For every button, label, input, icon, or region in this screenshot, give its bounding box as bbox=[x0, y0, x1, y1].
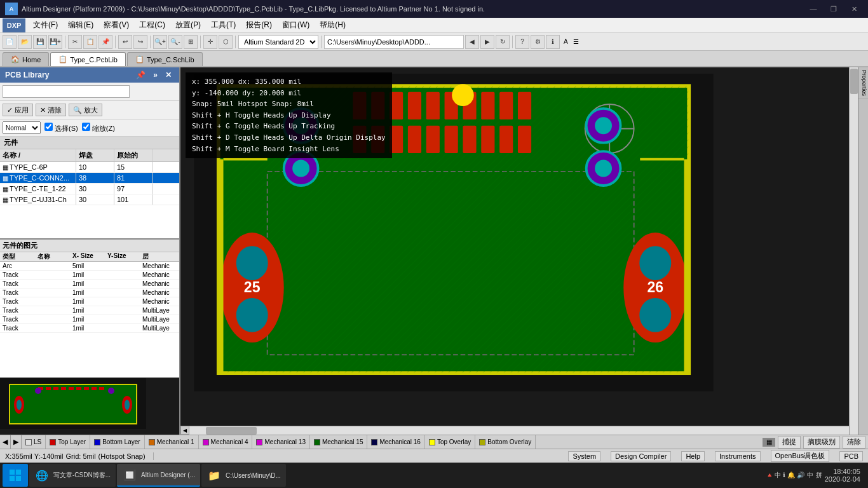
panel-close[interactable]: ✕ bbox=[163, 71, 174, 79]
menu-file[interactable]: 文件(F) bbox=[28, 18, 63, 32]
layer-tab-ls[interactable]: LS bbox=[22, 435, 46, 449]
tb-nav-refresh[interactable]: ↻ bbox=[496, 35, 510, 49]
view-mode-select[interactable]: Altium Standard 2D bbox=[238, 35, 318, 49]
menu-tools[interactable]: 工具(T) bbox=[206, 18, 241, 32]
filter-normal-select[interactable]: Normal bbox=[3, 121, 41, 134]
comp-row-0[interactable]: ▦TYPE_C-6P 10 15 bbox=[0, 162, 179, 173]
pcb-btn[interactable]: PCB bbox=[839, 451, 863, 461]
layer-nav-prev[interactable]: ◀ bbox=[0, 435, 11, 449]
prim-row-4[interactable]: Track 1mil Mechanic bbox=[0, 297, 179, 306]
apply-button[interactable]: ✓ 应用 bbox=[3, 104, 33, 116]
layer-tab-mech13[interactable]: Mechanical 13 bbox=[252, 435, 309, 449]
tab-schlib[interactable]: 📋 Type_C.SchLib bbox=[127, 52, 203, 66]
h-scrollbar[interactable] bbox=[180, 426, 849, 435]
v-scrollbar[interactable] bbox=[849, 67, 858, 435]
instruments-btn[interactable]: Instruments bbox=[715, 451, 760, 461]
svg-rect-41 bbox=[499, 126, 513, 153]
task-altium[interactable]: 🔲 Altium Designer (... bbox=[117, 464, 200, 487]
tb-paste[interactable]: 📌 bbox=[98, 35, 112, 49]
tb-nav-back[interactable]: ◀ bbox=[465, 35, 479, 49]
pcb-canvas[interactable]: x: 355.000 dx: 335.000 mil y: -140.000 d… bbox=[180, 67, 868, 435]
prim-row-2[interactable]: Track 1mil Mechanic bbox=[0, 280, 179, 288]
tb-new[interactable]: 📄 bbox=[3, 35, 17, 49]
tb-open[interactable]: 📂 bbox=[18, 35, 32, 49]
tb-zoom-in[interactable]: 🔍+ bbox=[153, 35, 167, 49]
menu-project[interactable]: 工程(C) bbox=[134, 18, 170, 32]
menu-view[interactable]: 察看(V) bbox=[98, 18, 134, 32]
layer-tab-mech1[interactable]: Mechanical 1 bbox=[145, 435, 199, 449]
layer-tab-bottom[interactable]: Bottom Layer bbox=[90, 435, 144, 449]
tab-home[interactable]: 🏠 Home bbox=[3, 52, 49, 66]
task-explorer[interactable]: 📁 C:\Users\Minuy\D... bbox=[201, 464, 286, 487]
svg-point-12 bbox=[17, 400, 22, 410]
maximize-button[interactable]: ❐ bbox=[825, 0, 843, 18]
system-btn[interactable]: System bbox=[568, 451, 600, 461]
prim-row-5[interactable]: Track 1mil MultiLaye bbox=[0, 306, 179, 315]
prim-row-7[interactable]: Track 1mil MultiLaye bbox=[0, 324, 179, 333]
menu-report[interactable]: 报告(R) bbox=[241, 18, 277, 32]
filter-select-check[interactable] bbox=[44, 123, 53, 131]
dxp-button[interactable]: DXP bbox=[3, 18, 25, 32]
menu-edit[interactable]: 编辑(E) bbox=[63, 18, 98, 32]
capture-btn[interactable]: 捕捉 bbox=[778, 436, 801, 449]
comp-row-2[interactable]: ▦TYPE_C-TE_1-22 30 97 bbox=[0, 184, 179, 194]
help-btn[interactable]: Help bbox=[681, 451, 705, 461]
scroll-left-btn[interactable]: ◀ bbox=[180, 426, 189, 435]
panel-pin[interactable]: 📌 bbox=[133, 71, 148, 79]
layer-tab-bottomoverlay[interactable]: Bottom Overlay bbox=[475, 435, 536, 449]
design-compiler-btn[interactable]: Design Compiler bbox=[611, 451, 671, 461]
tb-save[interactable]: 💾 bbox=[33, 35, 47, 49]
menu-place[interactable]: 放置(P) bbox=[170, 18, 206, 32]
tb-undo[interactable]: ↩ bbox=[118, 35, 132, 49]
layer-color-topoverlay bbox=[429, 439, 435, 445]
comp-row-1[interactable]: ▦TYPE_C-CONN2... 38 81 bbox=[0, 173, 179, 184]
panel-arrow[interactable]: » bbox=[151, 71, 160, 79]
tb-settings[interactable]: ⚙ bbox=[531, 35, 545, 49]
tb-zoom-out[interactable]: 🔍- bbox=[168, 35, 182, 49]
tb-help[interactable]: ? bbox=[515, 35, 529, 49]
clear-button[interactable]: ✕ 清除 bbox=[36, 104, 66, 116]
minimize-button[interactable]: — bbox=[804, 0, 822, 18]
close-button[interactable]: ✕ bbox=[845, 0, 863, 18]
menu-window[interactable]: 窗口(W) bbox=[277, 18, 315, 32]
openbus-btn[interactable]: OpenBus调色板 bbox=[771, 450, 830, 462]
tb-zoom-all[interactable]: ⊞ bbox=[184, 35, 198, 49]
tb-cut[interactable]: ✂ bbox=[68, 35, 82, 49]
v-scroll-thumb[interactable] bbox=[850, 69, 858, 94]
svg-rect-5 bbox=[61, 387, 66, 390]
tb-copy[interactable]: 📋 bbox=[83, 35, 97, 49]
search-input[interactable] bbox=[3, 85, 130, 98]
layer-tab-top[interactable]: Top Layer bbox=[46, 435, 90, 449]
svg-point-54 bbox=[639, 298, 671, 332]
prim-row-6[interactable]: Track 1mil MultiLaye bbox=[0, 315, 179, 324]
layer-nav-next[interactable]: ▶ bbox=[11, 435, 22, 449]
filter-zoom-check[interactable] bbox=[82, 123, 90, 131]
layer-tab-mech15[interactable]: Mechanical 15 bbox=[310, 435, 367, 449]
right-tab-1[interactable]: Properties bbox=[858, 67, 868, 99]
tb-redo[interactable]: ↪ bbox=[133, 35, 147, 49]
h-scroll-thumb[interactable] bbox=[206, 427, 257, 435]
tab-pcblib[interactable]: 📋 Type_C.PcbLib bbox=[50, 52, 126, 66]
prim-row-3[interactable]: Track 1mil Mechanic bbox=[0, 288, 179, 297]
task-browser[interactable]: 🌐 写文章-CSDN博客... bbox=[29, 464, 116, 487]
layer-tab-mech16[interactable]: Mechanical 16 bbox=[367, 435, 424, 449]
start-button[interactable] bbox=[3, 464, 28, 487]
comp-row-3[interactable]: ▦TYPE_C-UJ31-Ch 30 101 bbox=[0, 194, 179, 205]
tb-info[interactable]: ℹ bbox=[546, 35, 560, 49]
tab-home-label: Home bbox=[22, 56, 41, 64]
panel-header: PCB Library 📌 » ✕ bbox=[0, 67, 179, 83]
menu-help[interactable]: 帮助(H) bbox=[315, 18, 351, 32]
tb-nav-fwd[interactable]: ▶ bbox=[480, 35, 494, 49]
zoom-button[interactable]: 🔍 放大 bbox=[69, 104, 102, 116]
prim-row-1[interactable]: Track 1mil Mechanic bbox=[0, 271, 179, 280]
tb-save-all[interactable]: 💾+ bbox=[48, 35, 62, 49]
prim-row-0[interactable]: Arc 5mil Mechanic bbox=[0, 262, 179, 271]
path-input[interactable] bbox=[324, 35, 464, 49]
layer-tab-topoverlay[interactable]: Top Overlay bbox=[425, 435, 475, 449]
tb-route[interactable]: ⬡ bbox=[219, 35, 233, 49]
clear-layers-btn[interactable]: 清除 bbox=[843, 436, 865, 449]
layer-tab-mech4[interactable]: Mechanical 4 bbox=[199, 435, 253, 449]
mask-level-btn[interactable]: 摘膜级别 bbox=[803, 436, 840, 449]
tb-move[interactable]: ✛ bbox=[203, 35, 217, 49]
svg-rect-10 bbox=[99, 387, 104, 390]
